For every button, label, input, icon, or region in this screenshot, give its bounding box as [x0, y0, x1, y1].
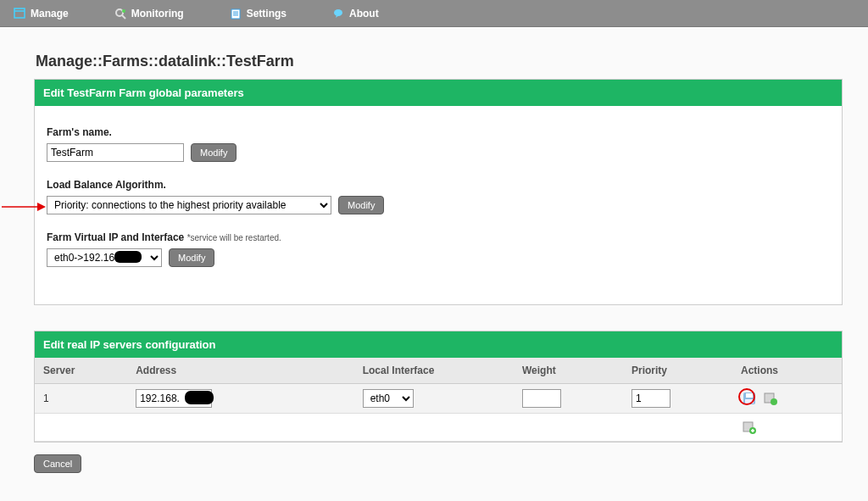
nav-monitoring-label: Monitoring: [131, 8, 184, 19]
th-server: Server: [35, 358, 127, 384]
algo-select[interactable]: Priority: connections to the highest pri…: [47, 196, 331, 214]
weight-input[interactable]: [522, 389, 561, 408]
top-nav: Manage Monitoring Settings About: [0, 0, 868, 27]
monitoring-icon: [114, 8, 126, 19]
settings-icon: [230, 8, 242, 19]
vip-select[interactable]: eth0->192.168.: [47, 248, 162, 267]
nav-manage[interactable]: Manage: [7, 8, 82, 19]
nav-monitoring[interactable]: Monitoring: [108, 8, 198, 19]
nav-about-label: About: [349, 8, 379, 19]
manage-icon: [14, 8, 25, 19]
svg-line-3: [122, 15, 125, 19]
priority-input[interactable]: [632, 389, 670, 408]
servers-table: Server Address Local Interface Weight Pr…: [35, 358, 842, 442]
add-server-button[interactable]: [741, 419, 758, 436]
field-load-balance-algo: Load Balance Algorithm. Priority: connec…: [47, 179, 830, 214]
save-server-button[interactable]: [741, 390, 758, 407]
table-row: 1 eth0: [35, 384, 842, 414]
nav-settings-label: Settings: [247, 8, 287, 19]
svg-point-16: [771, 398, 777, 405]
th-priority: Priority: [623, 358, 732, 384]
field-farm-name: Farm's name. Modify: [47, 126, 830, 162]
field-vip: Farm Virtual IP and Interface *service w…: [47, 231, 830, 267]
cancel-button[interactable]: Cancel: [34, 454, 81, 473]
th-address: Address: [127, 358, 354, 384]
panel-global-params: Edit TestFarm Farm global parameters Far…: [34, 79, 843, 305]
local-interface-select[interactable]: eth0: [363, 389, 414, 408]
farm-name-label: Farm's name.: [47, 126, 830, 138]
th-local: Local Interface: [354, 358, 514, 384]
svg-rect-13: [746, 393, 753, 398]
svg-point-2: [116, 9, 123, 16]
th-actions: Actions: [732, 358, 842, 384]
cell-server-id: 1: [35, 384, 127, 414]
nav-settings[interactable]: Settings: [223, 8, 300, 19]
svg-rect-0: [14, 8, 25, 18]
nav-manage-label: Manage: [31, 8, 69, 19]
activate-server-button[interactable]: [762, 390, 779, 407]
panel-real-ip-title: Edit real IP servers configuration: [35, 331, 842, 358]
panel-real-ip-servers: Edit real IP servers configuration Serve…: [34, 331, 843, 443]
svg-point-4: [122, 9, 125, 13]
table-add-row: [35, 414, 842, 442]
nav-about[interactable]: About: [326, 8, 392, 19]
server-add-icon: [743, 420, 756, 434]
th-weight: Weight: [514, 358, 623, 384]
vip-label: Farm Virtual IP and Interface *service w…: [47, 231, 830, 243]
farm-name-modify-button[interactable]: Modify: [191, 143, 236, 162]
server-green-icon: [764, 392, 777, 405]
algo-label: Load Balance Algorithm.: [47, 179, 830, 191]
panel-global-params-title: Edit TestFarm Farm global parameters: [35, 80, 842, 106]
about-icon: [332, 8, 344, 19]
address-input[interactable]: [136, 389, 212, 408]
svg-point-9: [334, 9, 342, 16]
vip-modify-button[interactable]: Modify: [169, 248, 214, 267]
breadcrumb: Manage::Farms::datalink::TestFarm: [36, 53, 843, 70]
save-icon: [743, 392, 756, 405]
svg-rect-14: [745, 399, 754, 404]
farm-name-input[interactable]: [47, 143, 184, 162]
algo-modify-button[interactable]: Modify: [338, 196, 384, 214]
